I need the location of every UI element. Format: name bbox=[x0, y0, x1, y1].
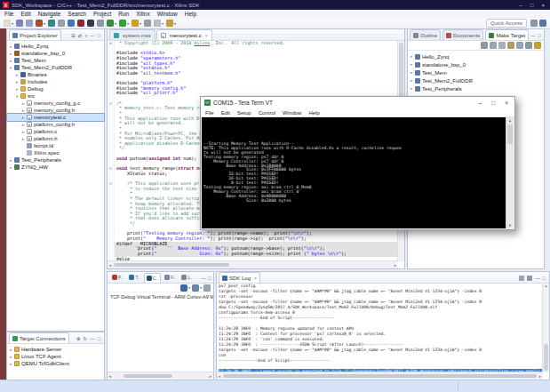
maximize-icon[interactable]: □ bbox=[538, 33, 541, 38]
build-all-button[interactable] bbox=[97, 20, 104, 28]
tree-item-zynq-hw[interactable]: ▸ZYNQ_HW bbox=[7, 164, 104, 171]
tree-item-standalone-bsp-0[interactable]: ▸standalone_bsp_0 bbox=[408, 60, 544, 68]
target-connections-tab[interactable]: Target Connections bbox=[9, 332, 69, 343]
menu-run[interactable]: Run bbox=[118, 11, 129, 17]
terminal-scrollbar[interactable]: ▲ ▼ bbox=[506, 117, 514, 228]
tree-item-hardware-server[interactable]: ▸Hardware Server bbox=[7, 346, 104, 353]
tree-item-includes[interactable]: ▸Includes bbox=[7, 78, 104, 85]
collapse-all-icon[interactable]: ⊟ bbox=[71, 33, 76, 38]
collapse-all-icon[interactable] bbox=[516, 42, 523, 50]
refresh-icon[interactable]: ↻ bbox=[84, 336, 88, 341]
filter-icon[interactable] bbox=[534, 42, 541, 50]
tree-item-test-peripherals[interactable]: ▸Test_Peripherals bbox=[7, 156, 104, 164]
maximize-icon[interactable]: □ bbox=[543, 276, 546, 281]
quick-access-button[interactable]: Quick Access bbox=[486, 19, 527, 28]
export-log-icon[interactable] bbox=[527, 276, 532, 281]
link-icon[interactable] bbox=[525, 42, 532, 50]
sdk-terminal-button[interactable] bbox=[48, 20, 55, 28]
build-target-icon[interactable] bbox=[507, 42, 514, 50]
teraterm-menu-window[interactable]: Window bbox=[283, 110, 301, 116]
scroll-right-icon[interactable]: ▸ bbox=[208, 374, 213, 379]
tree-item-xilinx-spec[interactable]: Xilinx.spec bbox=[7, 149, 104, 156]
debug-config-button[interactable]: ▾ bbox=[36, 20, 45, 28]
teraterm-menu-help[interactable]: Help bbox=[308, 110, 319, 116]
minimize-icon[interactable]: — bbox=[90, 336, 95, 341]
scroll-left-icon[interactable]: ◂ bbox=[217, 374, 222, 379]
scroll-left-icon[interactable]: ◂ bbox=[108, 263, 113, 268]
scroll-thumb[interactable] bbox=[223, 374, 537, 378]
console-mini-tab-c[interactable]: C.. bbox=[144, 273, 161, 283]
scroll-down-icon[interactable]: ▼ bbox=[506, 223, 514, 228]
new-make-target-icon[interactable] bbox=[481, 42, 488, 50]
minimize-icon[interactable]: — bbox=[90, 33, 95, 38]
display-console-icon[interactable]: ▾ bbox=[180, 284, 190, 292]
external-tools-button[interactable]: ▾ bbox=[132, 20, 141, 28]
close-tab-icon[interactable]: × bbox=[254, 276, 257, 281]
view-menu-icon[interactable]: ▿ bbox=[84, 33, 87, 38]
menu-file[interactable]: File bbox=[4, 11, 13, 17]
project-explorer-tab[interactable]: Project Explorer bbox=[9, 29, 61, 40]
teraterm-close-button[interactable]: × bbox=[505, 100, 508, 106]
remove-target-icon[interactable] bbox=[498, 42, 506, 50]
tree-item-debug[interactable]: ▸Debug bbox=[7, 85, 104, 92]
run-button[interactable]: ▾ bbox=[119, 20, 129, 28]
minimize-icon[interactable]: — bbox=[201, 276, 206, 281]
minimize-icon[interactable]: — bbox=[530, 33, 536, 38]
terminal-screen[interactable]: --Starting Memory Test Application--NOTE… bbox=[202, 117, 506, 228]
scroll-right-icon[interactable]: ▸ bbox=[393, 263, 398, 268]
tree-item-test-mem2-fullddr[interactable]: ▸Test_Mem2_FullDDR bbox=[408, 76, 544, 84]
tree-item-test-mem2-fullddr[interactable]: ▾Test_Mem2_FullDDR bbox=[7, 64, 104, 71]
console-mini-tab-l[interactable]: L.. bbox=[179, 272, 195, 283]
tree-item-lscript-ld[interactable]: lscript.ld bbox=[7, 142, 104, 149]
teraterm-menu-edit[interactable]: Edit bbox=[221, 110, 230, 116]
console-mini-tab-f[interactable]: F.. bbox=[162, 272, 178, 283]
minimize-button[interactable]: – bbox=[520, 3, 522, 8]
teraterm-menu-file[interactable]: File bbox=[205, 110, 214, 116]
menu-search[interactable]: Search bbox=[68, 11, 86, 17]
close-tab-icon[interactable]: × bbox=[205, 33, 208, 38]
menu-xilinx[interactable]: Xilinx bbox=[136, 11, 150, 17]
tree-item-test-mem[interactable]: ▸Test_Mem bbox=[7, 57, 104, 64]
tree-item-memory-config-h[interactable]: ▸hmemory_config.h bbox=[7, 107, 104, 114]
edit-target-icon[interactable] bbox=[490, 42, 497, 50]
maximize-icon[interactable]: □ bbox=[98, 336, 100, 341]
editor-horizontal-scrollbar[interactable]: ◂ ▸ bbox=[108, 260, 398, 268]
clear-log-icon[interactable] bbox=[519, 276, 524, 281]
next-annotation-button[interactable]: ▾ bbox=[166, 20, 176, 28]
tree-item-linux-tcf-agent[interactable]: ▸Linux TCF Agent bbox=[7, 353, 104, 360]
tree-item-src[interactable]: ▾src bbox=[7, 92, 104, 100]
tree-item-binaries[interactable]: ▸Binaries bbox=[7, 71, 104, 78]
log-horizontal-scrollbar[interactable]: ◂ ▸ bbox=[217, 372, 543, 380]
add-target-icon[interactable]: ⊕ bbox=[76, 336, 81, 341]
tree-item-qemu-tcfgdbclient[interactable]: ▸QEMU TcfGdbClient bbox=[7, 360, 104, 367]
scroll-up-icon[interactable]: ▲ bbox=[506, 118, 514, 123]
cut-button[interactable] bbox=[58, 20, 65, 28]
debug-button[interactable]: ▾ bbox=[107, 20, 116, 28]
tree-item-memorytest-c[interactable]: ▸cmemorytest.c bbox=[7, 114, 104, 121]
pin-console-icon[interactable] bbox=[203, 284, 211, 292]
tree-item-platform-h[interactable]: ▸hplatform.h bbox=[7, 135, 104, 142]
tab-outline[interactable]: Outline bbox=[410, 29, 441, 40]
maximize-button[interactable]: □ bbox=[530, 3, 534, 8]
console-mini-tab-p[interactable]: P.. bbox=[109, 272, 125, 283]
console-horizontal-scrollbar[interactable]: ◂ ▸ bbox=[108, 372, 213, 380]
log-vertical-scrollbar[interactable]: ▲ bbox=[542, 284, 549, 372]
screenshot-button[interactable] bbox=[87, 20, 94, 28]
tree-item-platform-c[interactable]: ▸cplatform.c bbox=[7, 128, 104, 135]
scroll-left-icon[interactable]: ◂ bbox=[108, 374, 113, 379]
tab-documents[interactable]: Documents bbox=[442, 29, 483, 40]
teraterm-maximize-button[interactable]: □ bbox=[491, 100, 495, 106]
minimize-icon[interactable]: — bbox=[535, 276, 540, 281]
maximize-icon[interactable]: □ bbox=[209, 276, 211, 281]
link-with-editor-icon[interactable]: ⇄ bbox=[78, 33, 83, 38]
teraterm-menu-control[interactable]: Control bbox=[259, 110, 275, 116]
tree-item-memory-config-g-c[interactable]: ▸cmemory_config_g.c bbox=[7, 100, 104, 107]
teraterm-menu-setup[interactable]: Setup bbox=[237, 110, 251, 116]
editor-tab-system-mss[interactable]: system.mss bbox=[109, 29, 155, 40]
close-button[interactable]: × bbox=[541, 3, 545, 8]
editor-tab-memorytest-c[interactable]: cmemorytest.c× bbox=[156, 29, 212, 40]
menu-window[interactable]: Window bbox=[157, 11, 178, 17]
new-wizard-button[interactable]: ▾ bbox=[4, 20, 13, 28]
tree-item-test-mem[interactable]: ▸Test_Mem bbox=[408, 68, 544, 76]
tab-make-target[interactable]: Make Target bbox=[485, 29, 529, 40]
